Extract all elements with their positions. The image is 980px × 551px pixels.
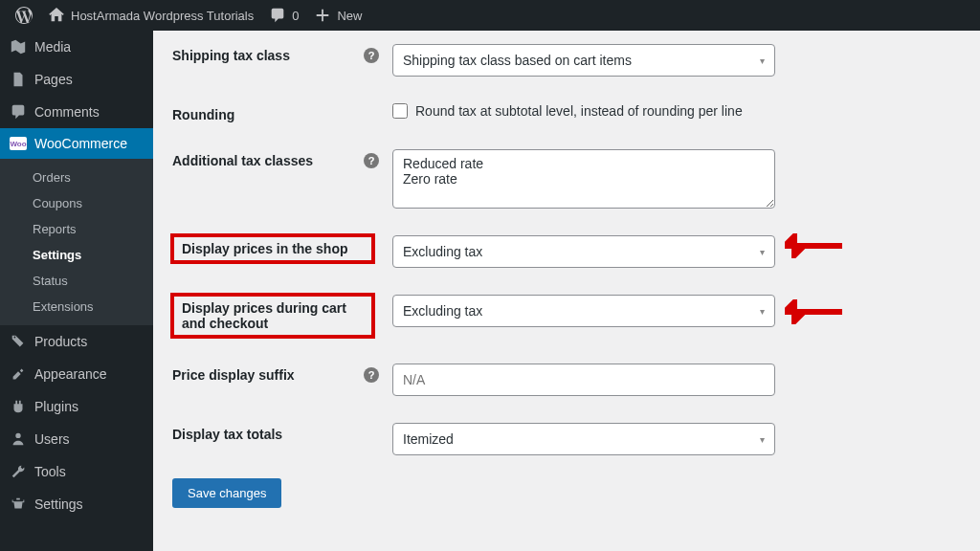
comments-link[interactable]: 0 [261,0,306,31]
tools-icon [10,463,27,480]
submenu-status[interactable]: Status [0,268,153,294]
label-display-totals: Display tax totals [172,423,392,442]
sidebar-item-appearance[interactable]: Appearance [0,358,153,390]
gear-icon [10,496,27,513]
media-icon [10,38,27,55]
comments-count: 0 [292,9,299,23]
appearance-icon [10,365,27,383]
products-icon [10,333,27,350]
woo-icon: Woo [10,137,27,150]
rounding-checkbox-wrap[interactable]: Round tax at subtotal level, instead of … [392,103,775,119]
textarea-additional-tax-classes[interactable]: Reduced rate Zero rate [392,149,775,209]
label-display-shop: Display prices in the shop [172,235,373,262]
sidebar-item-users[interactable]: Users [0,423,153,455]
sidebar-item-comments[interactable]: Comments [0,96,153,128]
save-button[interactable]: Save changes [172,478,281,508]
sidebar-item-tools[interactable]: Tools [0,455,153,488]
rounding-checkbox-label: Round tax at subtotal level, instead of … [415,103,743,119]
help-icon[interactable]: ? [364,153,379,168]
select-shipping-tax-class[interactable]: Shipping tax class based on cart items [392,44,775,77]
help-icon[interactable]: ? [364,48,379,63]
sidebar-label: Appearance [34,366,107,382]
admin-sidebar: Media Pages Comments Woo WooCommerce Ord… [0,31,153,551]
label-price-suffix: Price display suffix ? [172,364,392,383]
plugins-icon [10,398,27,415]
comment-icon [269,7,286,24]
admin-bar: HostArmada Wordpress Tutorials 0 New [0,0,980,31]
select-display-cart[interactable]: Excluding tax [392,295,775,327]
input-price-suffix[interactable] [392,364,775,396]
submenu-orders[interactable]: Orders [0,165,153,190]
site-title: HostArmada Wordpress Tutorials [71,9,254,23]
row-additional-tax-classes: Additional tax classes ? Reduced rate Ze… [172,136,961,222]
select-display-totals[interactable]: Itemized [392,423,775,455]
submenu-extensions[interactable]: Extensions [0,294,153,320]
sidebar-label: Users [34,431,70,447]
sidebar-label: Plugins [34,399,78,414]
sidebar-item-pages[interactable]: Pages [0,63,153,96]
sidebar-label: Media [34,39,71,55]
sidebar-label: Settings [34,496,83,512]
label-additional-tax-classes: Additional tax classes ? [172,149,392,168]
row-rounding: Rounding Round tax at subtotal level, in… [172,90,961,136]
sidebar-item-settings[interactable]: Settings [0,488,153,520]
label-shipping-tax-class: Shipping tax class ? [172,44,392,63]
sidebar-item-plugins[interactable]: Plugins [0,390,153,423]
wp-logo[interactable] [8,0,40,31]
row-shipping-tax-class: Shipping tax class ? Shipping tax class … [172,31,961,90]
label-rounding: Rounding [172,103,392,122]
plus-icon [314,7,331,24]
users-icon [10,430,27,448]
sidebar-label: Tools [34,464,66,479]
sidebar-label: WooCommerce [34,136,127,151]
sidebar-item-woocommerce[interactable]: Woo WooCommerce [0,128,153,159]
row-price-suffix: Price display suffix ? [172,350,961,409]
sidebar-label: Comments [34,104,100,120]
comments-icon [10,103,27,121]
wordpress-icon [15,7,33,24]
sidebar-item-products[interactable]: Products [0,325,153,358]
submenu-reports[interactable]: Reports [0,216,153,242]
row-display-cart: Display prices during cart and checkout … [172,281,961,350]
sidebar-label: Pages [34,72,73,87]
label-display-cart: Display prices during cart and checkout [172,295,373,337]
woocommerce-submenu: Orders Coupons Reports Settings Status E… [0,159,153,325]
main-content: Shipping tax class ? Shipping tax class … [153,31,980,551]
new-content[interactable]: New [306,0,369,31]
home-icon [48,7,65,24]
rounding-checkbox[interactable] [392,103,408,119]
help-icon[interactable]: ? [364,367,379,383]
pages-icon [10,71,27,88]
row-display-shop: Display prices in the shop Excluding tax [172,222,961,281]
new-label: New [337,9,362,23]
submenu-coupons[interactable]: Coupons [0,190,153,216]
select-display-shop[interactable]: Excluding tax [392,235,775,268]
row-display-totals: Display tax totals Itemized [172,409,961,469]
submenu-settings[interactable]: Settings [0,242,153,268]
site-home[interactable]: HostArmada Wordpress Tutorials [40,0,261,31]
sidebar-label: Products [34,334,87,349]
sidebar-item-media[interactable]: Media [0,31,153,63]
